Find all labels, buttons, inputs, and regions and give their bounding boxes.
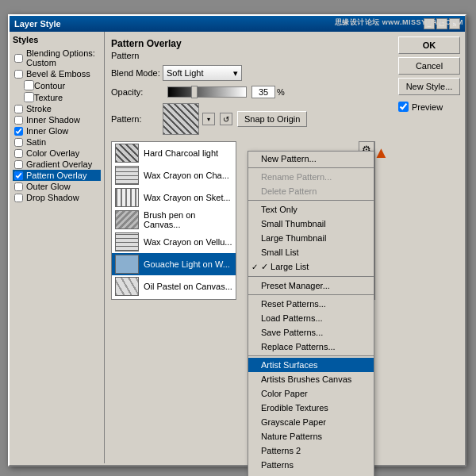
menu-large-thumbnail[interactable]: Large Thumbnail xyxy=(248,231,374,245)
style-blending-options[interactable]: Blending Options: Custom xyxy=(13,48,101,68)
menu-separator xyxy=(248,167,374,168)
scroll-arrow[interactable]: ▲ xyxy=(374,141,387,300)
outer-glow-checkbox[interactable] xyxy=(14,182,23,191)
style-outer-glow[interactable]: Outer Glow xyxy=(13,181,101,192)
blend-mode-label: Blend Mode: xyxy=(111,68,163,78)
gradient-overlay-checkbox[interactable] xyxy=(14,160,23,169)
title-bar: Layer Style 思缘设计论坛 www.MISSYUAN.COM _ □ … xyxy=(10,16,465,32)
list-item[interactable]: Wax Crayon on Sket... xyxy=(112,186,236,209)
opacity-slider[interactable] xyxy=(167,86,247,98)
pattern-thumb xyxy=(115,188,139,207)
preview-label: Preview xyxy=(412,102,443,112)
blend-mode-select[interactable]: Soft Light ▾ xyxy=(163,65,242,81)
pattern-name: Gouache Light on W... xyxy=(144,259,230,269)
pattern-list-box[interactable]: Hard Charcoal light Wax Crayon on Cha...… xyxy=(111,141,236,300)
menu-rock-patterns[interactable]: Rock Patterns xyxy=(248,472,374,476)
menu-separator xyxy=(248,276,374,277)
blend-mode-dropdown-icon: ▾ xyxy=(233,68,238,79)
blend-mode-row: Blend Mode: Soft Light ▾ xyxy=(111,65,387,81)
styles-panel-title: Styles xyxy=(13,35,101,44)
menu-text-only[interactable]: Text Only xyxy=(248,202,374,217)
menu-small-thumbnail[interactable]: Small Thumbnail xyxy=(248,217,374,231)
style-stroke[interactable]: Stroke xyxy=(13,103,101,114)
style-texture[interactable]: Texture xyxy=(13,91,101,103)
menu-large-list[interactable]: ✓ Large List xyxy=(248,259,374,274)
ok-button[interactable]: OK xyxy=(398,36,460,54)
menu-reset-patterns[interactable]: Reset Patterns... xyxy=(248,297,374,311)
menu-load-patterns[interactable]: Load Patterns... xyxy=(248,311,374,325)
blend-mode-value: Soft Light xyxy=(167,68,203,78)
menu-separator xyxy=(248,355,374,356)
pattern-name: Wax Crayon on Sket... xyxy=(144,193,231,202)
menu-replace-patterns[interactable]: Replace Patterns... xyxy=(248,340,374,354)
pattern-thumb xyxy=(115,232,139,251)
pattern-label: Pattern: xyxy=(111,114,163,124)
drop-shadow-checkbox[interactable] xyxy=(14,194,23,202)
contour-checkbox[interactable] xyxy=(24,80,34,90)
pattern-preview-thumb xyxy=(163,103,199,135)
pattern-thumb xyxy=(115,255,139,274)
opacity-input[interactable] xyxy=(251,86,275,98)
color-overlay-checkbox[interactable] xyxy=(14,149,23,158)
texture-checkbox[interactable] xyxy=(24,92,34,102)
pattern-name: Wax Crayon on Cha... xyxy=(144,171,229,180)
right-panel: OK Cancel New Style... Preview xyxy=(393,32,465,463)
menu-patterns[interactable]: Patterns xyxy=(248,458,374,472)
opacity-unit: % xyxy=(277,87,285,97)
menu-patterns-2[interactable]: Patterns 2 xyxy=(248,443,374,458)
watermark: 思缘设计论坛 www.MISSYUAN.COM xyxy=(335,17,463,28)
list-item[interactable]: Wax Crayon on Vellu... xyxy=(112,231,236,253)
dialog-body: Styles Blending Options: Custom Bevel & … xyxy=(10,32,465,463)
inner-glow-checkbox[interactable] xyxy=(14,127,23,136)
list-item[interactable]: Wax Crayon on Cha... xyxy=(112,164,236,186)
menu-nature-patterns[interactable]: Nature Patterns xyxy=(248,429,374,443)
blending-options-checkbox[interactable] xyxy=(14,54,23,63)
list-item[interactable]: Oil Pastel on Canvas... xyxy=(112,275,236,298)
bevel-emboss-checkbox[interactable] xyxy=(14,70,23,79)
menu-delete-pattern: Delete Pattern xyxy=(248,184,374,198)
style-color-overlay[interactable]: Color Overlay xyxy=(13,148,101,159)
inner-shadow-checkbox[interactable] xyxy=(14,116,23,125)
list-item[interactable]: Hard Charcoal light xyxy=(112,142,236,164)
up-arrow-icon: ▲ xyxy=(374,144,390,160)
pattern-overlay-checkbox[interactable] xyxy=(14,171,23,180)
menu-save-patterns[interactable]: Save Patterns... xyxy=(248,325,374,340)
menu-new-pattern[interactable]: New Pattern... xyxy=(248,152,374,166)
style-bevel-emboss[interactable]: Bevel & Emboss xyxy=(13,68,101,79)
pattern-thumb xyxy=(115,166,139,185)
style-gradient-overlay[interactable]: Gradient Overlay xyxy=(13,159,101,170)
cancel-button[interactable]: Cancel xyxy=(398,57,460,75)
new-style-button[interactable]: New Style... xyxy=(398,78,460,95)
menu-preset-manager[interactable]: Preset Manager... xyxy=(248,278,374,293)
style-contour[interactable]: Contour xyxy=(13,79,101,91)
style-pattern-overlay[interactable]: Pattern Overlay xyxy=(13,170,101,181)
menu-erodible-textures[interactable]: Erodible Textures xyxy=(248,401,374,415)
dialog-title: Layer Style xyxy=(14,19,61,29)
menu-separator xyxy=(248,200,374,201)
pattern-thumb xyxy=(115,210,139,229)
pattern-thumb xyxy=(115,277,139,296)
list-item-selected[interactable]: Gouache Light on W... xyxy=(112,253,236,275)
pattern-reset-icon[interactable]: ↺ xyxy=(220,113,232,125)
style-satin[interactable]: Satin xyxy=(13,136,101,148)
menu-artists-brushes[interactable]: Artists Brushes Canvas xyxy=(248,372,374,386)
opacity-slider-thumb[interactable] xyxy=(191,86,198,98)
opacity-label: Opacity: xyxy=(111,87,163,97)
style-inner-glow[interactable]: Inner Glow xyxy=(13,125,101,136)
pattern-dropdown-arrow[interactable]: ▾ xyxy=(202,113,215,125)
menu-artist-surfaces[interactable]: Artist Surfaces xyxy=(248,358,374,372)
satin-checkbox[interactable] xyxy=(14,138,23,147)
section-sub-header: Pattern xyxy=(111,51,387,60)
style-inner-shadow[interactable]: Inner Shadow xyxy=(13,114,101,125)
list-item[interactable]: Brush pen on Canvas... xyxy=(112,209,236,231)
snap-to-origin-button[interactable]: Snap to Origin xyxy=(237,111,307,127)
pattern-row: Pattern: ▾ ↺ Snap to Origin xyxy=(111,103,387,135)
style-drop-shadow[interactable]: Drop Shadow xyxy=(13,192,101,203)
preview-checkbox[interactable] xyxy=(398,102,409,112)
preview-row: Preview xyxy=(398,102,460,112)
layer-style-dialog: Layer Style 思缘设计论坛 www.MISSYUAN.COM _ □ … xyxy=(8,14,466,466)
menu-small-list[interactable]: Small List xyxy=(248,245,374,259)
stroke-checkbox[interactable] xyxy=(14,105,23,113)
menu-grayscale-paper[interactable]: Grayscale Paper xyxy=(248,415,374,429)
menu-color-paper[interactable]: Color Paper xyxy=(248,386,374,401)
